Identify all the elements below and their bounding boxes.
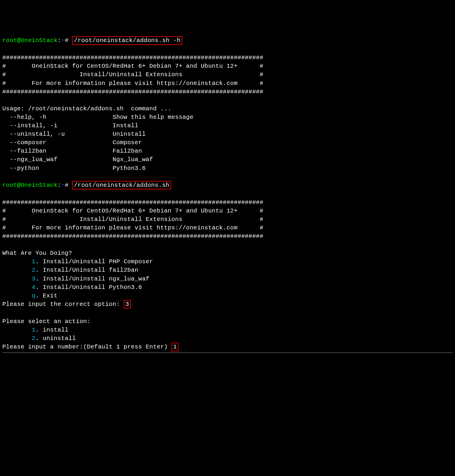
banner-border: ########################################… xyxy=(2,233,263,240)
menu-indent xyxy=(2,276,32,282)
action-item-num: 2 xyxy=(32,335,36,342)
banner-line-2: # Install/Uninstall Extensions # xyxy=(2,216,263,223)
action-title: Please select an action: xyxy=(2,318,90,325)
banner-border: ########################################… xyxy=(2,88,263,95)
action-indent xyxy=(2,335,32,342)
action-item-num: 1 xyxy=(32,327,36,333)
prompt-hash: # xyxy=(65,37,72,44)
prompt-colon: : xyxy=(57,182,61,189)
usage-opt-python: --python Python3.6 xyxy=(2,165,146,172)
banner-line-3: # For more information please visit http… xyxy=(2,80,263,87)
menu-indent xyxy=(2,267,32,273)
action-prompt: Please input a number:(Default 1 press E… xyxy=(2,344,172,350)
menu-indent xyxy=(2,292,32,299)
prompt-userhost: root@OneinStack xyxy=(2,182,57,189)
usage-opt-help: --help, -h Show this help message xyxy=(2,114,193,121)
banner-line-3: # For more information please visit http… xyxy=(2,224,263,231)
menu-indent xyxy=(2,284,32,291)
usage-opt-fail2ban: --fail2ban Fail2ban xyxy=(2,148,142,154)
action-item-label: . install xyxy=(35,327,68,333)
usage-header: Usage: /root/oneinstack/addons.sh comman… xyxy=(2,105,172,112)
banner-line-1: # OneinStack for CentOS/RedHat 6+ Debian… xyxy=(2,63,263,69)
prompt-colon: : xyxy=(57,37,61,44)
usage-opt-uninstall: --uninstall, -u Uninstall xyxy=(2,131,146,137)
prompt-tilde: ~ xyxy=(61,182,65,189)
action-item-label: . uninstall xyxy=(35,335,76,342)
menu-item-label: . Install/Uninstall PHP Composer xyxy=(35,258,153,265)
prompt-tilde: ~ xyxy=(61,37,65,44)
menu-item-label: . Install/Uninstall ngx_lua_waf xyxy=(35,276,149,282)
banner-line-1: # OneinStack for CentOS/RedHat 6+ Debian… xyxy=(2,208,263,214)
command-line-1[interactable]: /root/oneinstack/addons.sh -h xyxy=(72,36,182,45)
banner-border: ########################################… xyxy=(2,199,263,206)
menu-item-label: . Install/Uninstall fail2ban xyxy=(35,267,138,273)
usage-opt-ngx: --ngx_lua_waf Ngx_lua_waf xyxy=(2,156,153,163)
bottom-divider xyxy=(2,353,453,353)
menu-item-num: 4 xyxy=(32,284,36,291)
menu-input[interactable]: 3 xyxy=(124,300,131,309)
banner-line-2: # Install/Uninstall Extensions # xyxy=(2,71,263,78)
usage-opt-composer: --composer Composer xyxy=(2,139,142,146)
menu-title: What Are You Doing? xyxy=(2,250,72,257)
menu-item-num: 2 xyxy=(32,267,36,273)
menu-indent xyxy=(2,258,32,265)
menu-item-num: 3 xyxy=(32,276,36,282)
menu-prompt: Please input the correct option: xyxy=(2,301,124,308)
prompt-userhost: root@OneinStack xyxy=(2,37,57,44)
command-line-2[interactable]: /root/oneinstack/addons.sh xyxy=(72,181,171,190)
usage-opt-install: --install, -i Install xyxy=(2,122,138,129)
banner-border: ########################################… xyxy=(2,54,263,61)
action-input[interactable]: 1 xyxy=(172,343,179,351)
menu-item-label: . Install/Uninstall Python3.6 xyxy=(35,284,142,291)
menu-item-num: 1 xyxy=(32,258,36,265)
terminal-output: root@OneinStack:~# /root/oneinstack/addo… xyxy=(2,37,263,350)
action-indent xyxy=(2,327,32,333)
prompt-hash: # xyxy=(65,182,72,189)
menu-item-label: . Exit xyxy=(35,292,57,299)
menu-item-num: q xyxy=(32,292,36,299)
